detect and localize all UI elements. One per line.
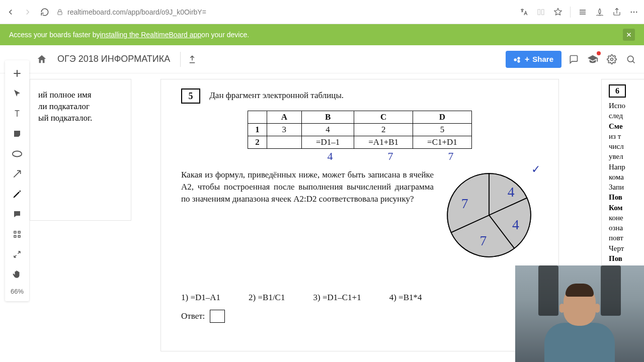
home-icon[interactable] — [36, 54, 47, 65]
svg-point-5 — [627, 56, 633, 62]
frame-tool[interactable] — [8, 224, 26, 244]
comments-icon[interactable] — [567, 52, 581, 66]
svg-point-6 — [13, 151, 22, 157]
hub-icon[interactable] — [578, 7, 588, 17]
text-line: Запи — [609, 182, 644, 192]
text-line: кома — [609, 172, 644, 182]
checkmark-annotation: ✓ — [531, 163, 540, 176]
task-frame[interactable]: 5 Дан фрагмент электронной таблицы. A B … — [161, 79, 558, 351]
hand-tool[interactable] — [8, 264, 26, 285]
frame-left-partial[interactable]: ий полное имя ли подкаталог ый подкатало… — [30, 79, 131, 220]
pen-tool[interactable] — [8, 184, 26, 204]
translate-icon[interactable] — [519, 7, 529, 17]
export-icon[interactable] — [180, 52, 197, 67]
option: 4) =B1*4 — [389, 293, 422, 303]
cell: =D1–1 — [301, 136, 354, 149]
academy-icon[interactable] — [586, 52, 600, 66]
browser-toolbar: realtimeboard.com/app/board/o9J_k0OirbY= — [0, 0, 644, 24]
add-tool[interactable] — [8, 63, 26, 83]
banner-close-button[interactable] — [623, 29, 635, 41]
svg-text:7: 7 — [461, 196, 468, 211]
search-icon[interactable] — [624, 52, 638, 66]
hand-value: 7 — [421, 150, 481, 163]
text-line: озна — [609, 223, 644, 233]
svg-point-4 — [611, 58, 613, 60]
text-line: коне — [609, 213, 644, 223]
svg-text:4: 4 — [512, 217, 519, 232]
text-line: ли подкаталог — [38, 101, 123, 113]
reading-icon[interactable] — [536, 7, 546, 17]
question-text: Какая из формул, приведённых ниже, может… — [181, 169, 434, 261]
text-tool[interactable] — [8, 104, 26, 124]
text-line: Черт — [609, 243, 644, 253]
forward-button[interactable] — [22, 7, 33, 18]
col-header: B — [301, 111, 354, 124]
cell: 4 — [301, 124, 354, 136]
arrow-tool[interactable] — [8, 164, 26, 184]
canvas-toolbar: 66% — [5, 60, 29, 301]
hand-value: 7 — [360, 150, 421, 163]
favorite-icon[interactable] — [553, 7, 563, 17]
task-number-box: 5 — [181, 88, 200, 104]
shape-tool[interactable] — [8, 144, 26, 164]
text-line: числ — [609, 141, 644, 151]
text-line: Ком — [609, 203, 644, 213]
fit-tool[interactable] — [8, 244, 26, 264]
frame-right-partial[interactable]: 6 ИспоследСмеиз тчислувелНапркомаЗапиПов… — [602, 79, 644, 270]
more-icon[interactable] — [629, 7, 639, 17]
svg-point-1 — [631, 11, 632, 12]
cell: =C1+D1 — [413, 136, 472, 149]
svg-text:7: 7 — [480, 233, 487, 248]
app-header: ОГЭ 2018 ИНФОРМАТИКА + Share — [0, 45, 644, 73]
share-page-icon[interactable] — [612, 7, 622, 17]
cell: 3 — [267, 124, 301, 136]
zoom-level[interactable]: 66% — [11, 285, 24, 298]
task-intro: Дан фрагмент электронной таблицы. — [209, 88, 344, 101]
svg-text:4: 4 — [508, 184, 515, 200]
notes-icon[interactable] — [595, 7, 605, 17]
cell: 5 — [413, 124, 472, 136]
text-line: Сме — [609, 121, 644, 131]
text-line: повт — [609, 233, 644, 243]
col-header: A — [267, 111, 301, 124]
text-line: увел — [609, 151, 644, 161]
url-text: realtimeboard.com/app/board/o9J_k0OirbY= — [67, 8, 206, 16]
sticky-tool[interactable] — [8, 124, 26, 144]
address-bar[interactable]: realtimeboard.com/app/board/o9J_k0OirbY= — [56, 8, 513, 16]
col-header: C — [354, 111, 413, 124]
text-line: ий полное имя — [38, 89, 123, 101]
install-banner: Access your boards faster by installing … — [0, 24, 644, 45]
svg-point-2 — [633, 11, 634, 12]
refresh-button[interactable] — [39, 7, 50, 18]
share-button[interactable]: + Share — [506, 51, 561, 68]
select-tool[interactable] — [8, 83, 26, 104]
col-header: D — [413, 111, 472, 124]
back-button[interactable] — [5, 7, 16, 18]
row-header: 2 — [248, 136, 267, 149]
webcam-overlay — [515, 265, 644, 362]
row-header: 1 — [248, 124, 267, 136]
lock-icon — [56, 9, 63, 16]
text-line: Испо — [609, 101, 644, 111]
banner-link[interactable]: installing the RealtimeBoard app — [100, 31, 202, 39]
share-label: Share — [532, 55, 553, 63]
settings-icon[interactable] — [605, 52, 619, 66]
answer-label: Ответ: — [181, 311, 205, 321]
banner-prefix: Access your boards faster by — [9, 31, 100, 39]
svg-point-3 — [636, 11, 637, 12]
option: 3) =D1–C1+1 — [313, 293, 361, 303]
banner-suffix: on your device. — [201, 31, 249, 39]
text-line: ый подкаталог. — [38, 113, 123, 124]
answer-options: 1) =D1–A1 2) =B1/C1 3) =D1–C1+1 4) =B1*4 — [181, 293, 538, 303]
text-line: из т — [609, 131, 644, 141]
spreadsheet-table: A B C D 1 3 4 2 5 2 =D1–1 =A1+B1 =C1+D1 — [248, 111, 472, 149]
text-line: Напр — [609, 162, 644, 172]
pie-chart: ✓ 4 4 7 7 — [443, 169, 538, 261]
cell: 2 — [354, 124, 413, 136]
hand-value: 4 — [300, 150, 360, 163]
cell: =A1+B1 — [354, 136, 413, 149]
comment-tool[interactable] — [8, 204, 26, 224]
cell — [267, 136, 301, 149]
text-line: след — [609, 111, 644, 121]
board-title[interactable]: ОГЭ 2018 ИНФОРМАТИКА — [52, 54, 175, 64]
